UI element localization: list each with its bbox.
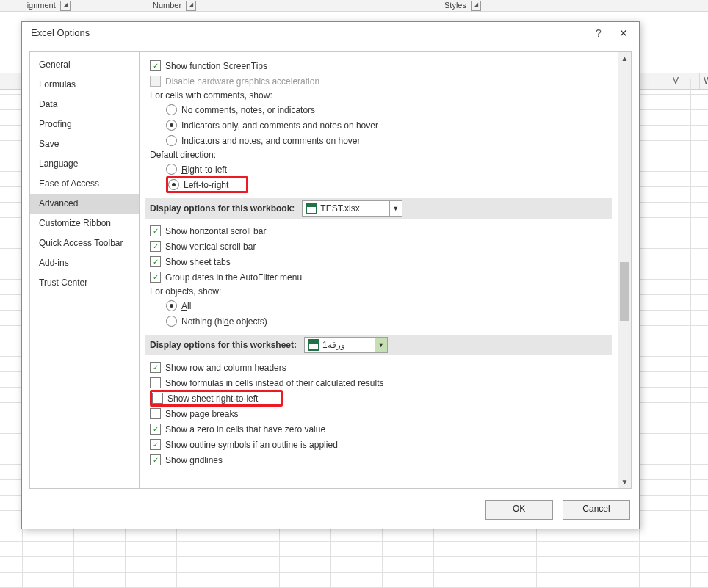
ribbon-group-label: Styles — [444, 0, 466, 10]
label-objects-all: All — [181, 301, 191, 311]
section-display-worksheet-label: Display options for this worksheet: — [150, 340, 297, 350]
ok-button[interactable]: OK — [485, 500, 553, 520]
sidebar-item-save[interactable]: Save — [30, 134, 139, 154]
ribbon-group: Styles◢ — [389, 0, 536, 11]
cancel-button[interactable]: Cancel — [563, 500, 630, 520]
checkbox[interactable] — [152, 393, 163, 404]
checkbox[interactable] — [150, 225, 161, 236]
checkbox-label: Show outline symbols if an outline is ap… — [165, 440, 338, 450]
workbook-selector-value: TEST.xlsx — [320, 203, 389, 214]
label-disable-hw-accel: Disable hardware graphics acceleration — [165, 76, 319, 87]
highlight-ltr: Left-to-right — [166, 176, 248, 193]
label-indicators-and-notes: Indicators and notes, and comments on ho… — [181, 136, 360, 146]
checkbox[interactable] — [150, 241, 161, 252]
checkbox-label: Show a zero in cells that have zero valu… — [165, 424, 325, 435]
label-default-direction: Default direction: — [150, 150, 612, 160]
checkbox-label: Group dates in the AutoFilter menu — [165, 272, 302, 283]
close-button[interactable]: ✕ — [611, 22, 636, 44]
dialog-launcher-icon[interactable]: ◢ — [186, 1, 196, 11]
label-objects-nothing: Nothing (hide objects) — [181, 316, 267, 327]
scroll-down-button[interactable]: ▼ — [618, 476, 631, 488]
dialog-launcher-icon[interactable]: ◢ — [471, 1, 481, 11]
dialog-launcher-icon[interactable]: ◢ — [60, 1, 71, 11]
dialog-title: Excel Options — [22, 22, 639, 44]
excel-file-icon — [306, 203, 317, 214]
radio-no-comments[interactable] — [166, 104, 177, 115]
label-no-comments: No comments, notes, or indicators — [181, 105, 315, 115]
radio-ltr[interactable] — [168, 179, 179, 190]
checkbox[interactable] — [150, 377, 161, 388]
checkbox-label: Show sheet tabs — [165, 257, 231, 267]
section-display-worksheet: Display options for this worksheet: ورقة… — [145, 335, 612, 355]
checkbox-label: Show page breaks — [165, 409, 238, 419]
sidebar-item-general[interactable]: General — [30, 55, 139, 75]
checkbox-show-function-screentips[interactable] — [150, 60, 161, 71]
sidebar-item-advanced[interactable]: Advanced — [30, 194, 139, 214]
workbook-selector[interactable]: TEST.xlsx ▼ — [302, 200, 402, 217]
label-ltr: Left-to-right — [184, 180, 228, 190]
checkbox[interactable] — [150, 272, 161, 283]
worksheet-selector[interactable]: ورقة1 ▼ — [304, 337, 388, 353]
label-rtl: Right-to-left — [181, 164, 227, 175]
radio-indicators-only[interactable] — [166, 120, 177, 131]
highlight-box: Show sheet right-to-left — [150, 390, 283, 407]
section-display-workbook-label: Display options for this workbook: — [150, 203, 295, 214]
checkbox-label: Show vertical scroll bar — [165, 242, 256, 252]
checkbox[interactable] — [150, 454, 161, 465]
checkbox-label: Show gridlines — [165, 455, 223, 465]
sidebar-item-trust-center[interactable]: Trust Center — [30, 273, 139, 293]
ribbon-group-label: lignment — [25, 0, 56, 10]
checkbox[interactable] — [150, 408, 161, 419]
checkbox[interactable] — [150, 424, 161, 435]
sidebar-item-proofing[interactable]: Proofing — [30, 115, 139, 134]
sidebar-item-language[interactable]: Language — [30, 154, 139, 174]
label-objects: For objects, show: — [150, 286, 612, 297]
excel-options-dialog: Excel Options ? ✕ GeneralFormulasDataPro… — [21, 21, 640, 529]
radio-indicators-and-notes[interactable] — [166, 135, 177, 146]
ribbon-group: lignment◢ — [0, 0, 118, 11]
radio-objects-all[interactable] — [166, 300, 177, 311]
chevron-down-icon: ▼ — [375, 338, 387, 352]
scroll-thumb[interactable] — [620, 262, 629, 321]
scroll-up-button[interactable]: ▲ — [618, 52, 631, 65]
checkbox[interactable] — [150, 362, 161, 373]
worksheet-icon — [308, 339, 319, 351]
radio-objects-nothing[interactable] — [166, 316, 177, 327]
ribbon-group: Number◢ — [121, 0, 228, 11]
worksheet-selector-value: ورقة1 — [322, 340, 375, 350]
label-show-function-screentips: Show function ScreenTips — [165, 61, 267, 71]
checkbox-disable-hw-accel[interactable] — [150, 76, 161, 87]
section-display-workbook: Display options for this workbook: TEST.… — [145, 198, 612, 219]
radio-rtl[interactable] — [166, 164, 177, 175]
checkbox-label: Show row and column headers — [165, 363, 286, 373]
checkbox-label: Show formulas in cells instead of their … — [165, 378, 383, 388]
help-button[interactable]: ? — [588, 22, 610, 44]
label-comments: For cells with comments, show: — [150, 90, 612, 101]
sidebar-item-customize-ribbon[interactable]: Customize Ribbon — [30, 214, 139, 233]
sidebar-item-data[interactable]: Data — [30, 95, 139, 115]
options-content: Show function ScreenTips Disable hardwar… — [140, 52, 618, 488]
sidebar-item-quick-access-toolbar[interactable]: Quick Access Toolbar — [30, 233, 139, 253]
content-scrollbar[interactable]: ▲ ▼ — [618, 52, 631, 488]
ribbon-strip: lignment◢Number◢Styles◢ — [0, 0, 708, 12]
sidebar-item-ease-of-access[interactable]: Ease of Access — [30, 174, 139, 194]
checkbox[interactable] — [150, 256, 161, 267]
checkbox[interactable] — [150, 439, 161, 450]
sidebar-item-formulas[interactable]: Formulas — [30, 75, 139, 95]
sidebar-item-add-ins[interactable]: Add-ins — [30, 253, 139, 273]
chevron-down-icon: ▼ — [389, 201, 402, 216]
ribbon-group-label: Number — [153, 0, 181, 10]
checkbox-label: Show sheet right-to-left — [167, 393, 258, 404]
options-sidebar: GeneralFormulasDataProofingSaveLanguageE… — [30, 52, 140, 488]
checkbox-label: Show horizontal scroll bar — [165, 226, 266, 236]
label-indicators-only: Indicators only, and comments and notes … — [181, 120, 378, 131]
